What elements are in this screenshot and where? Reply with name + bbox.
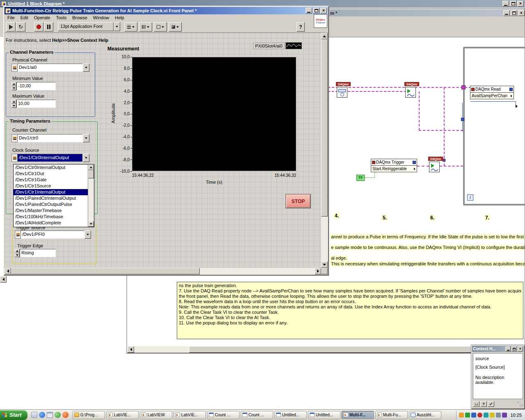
maximum-value-control[interactable]: 10,00 (11, 100, 56, 108)
scroll-left-button[interactable] (128, 346, 134, 353)
menu-browse[interactable]: Browse (69, 15, 90, 21)
clock-source-menu-item[interactable]: /Dev1/AIHoldComplete (14, 220, 88, 226)
trigger-source-combo[interactable]: /Dev1/PFI0 (15, 231, 91, 239)
iteration-terminal[interactable]: i (467, 194, 473, 201)
boolean-constant[interactable]: TF (356, 175, 365, 181)
scroll-thumb[interactable] (11, 268, 200, 274)
plot-legend-name[interactable]: PXI0Slot4/ai0 (253, 43, 285, 49)
counter-channel-dropdown-button[interactable] (83, 134, 89, 142)
scroll-down-button[interactable] (321, 261, 328, 268)
menu-window[interactable]: Window (90, 15, 112, 21)
trigger-source-dropdown-button[interactable] (84, 231, 91, 239)
maximize-button[interactable] (313, 8, 320, 14)
clock-source-value[interactable]: /Dev1/Ctr0InternalOutput (17, 154, 83, 162)
physical-channel-value[interactable]: Dev1/ai0 (17, 64, 83, 72)
clock-source-dropdown-button[interactable] (83, 154, 89, 162)
internet-explorer-icon[interactable] (39, 412, 45, 418)
close-button[interactable]: × (320, 8, 327, 14)
plot-legend[interactable]: PXI0Slot4/ai0 (253, 42, 302, 49)
help-button[interactable]: ? (297, 22, 305, 32)
font-selector-arrow[interactable] (114, 22, 120, 31)
daqmx-read-node[interactable]: DAQmx Read AvailSampPerChan (470, 86, 514, 99)
physical-channel-combo[interactable]: Dev1/ai0 (11, 64, 89, 72)
tray-icon-5[interactable] (484, 413, 488, 418)
mail-icon[interactable] (47, 412, 53, 418)
numeric-spinner[interactable] (15, 249, 20, 257)
clock-source-menu-item[interactable]: /Dev1/Ctr1Source (14, 183, 88, 189)
clock-source-menu-item[interactable]: /Dev1/Ctr1Gate (14, 177, 88, 183)
taskbar-task-button[interactable]: Untitled... (308, 411, 340, 419)
minimize-button[interactable] (503, 10, 510, 16)
pause-button[interactable] (44, 22, 53, 32)
loop-tunnel[interactable] (461, 118, 464, 121)
resize-objects-button[interactable] (154, 22, 167, 32)
taskbar-task-button[interactable]: LabVIEW (140, 411, 172, 419)
trigger-edge-control[interactable]: Rising (15, 249, 56, 257)
distribute-objects-button[interactable] (139, 22, 152, 32)
daqmx-start-vi-icon[interactable] (429, 162, 440, 172)
resize-grip[interactable] (518, 402, 523, 407)
trigger-source-value[interactable]: /Dev1/PFI0 (21, 231, 84, 239)
scroll-thumb[interactable] (321, 39, 328, 217)
clock-source-dropdown[interactable]: /Dev1/Ctr0InternalOutput /Dev1/Ctr1Out /… (13, 164, 94, 227)
scroll-up-button[interactable] (321, 33, 328, 39)
minimum-value-control[interactable]: -10,00 (11, 82, 56, 90)
clock-source-menu-item[interactable]: /Dev1/PairedCtrInternalOutput (14, 195, 88, 201)
edit-help-button[interactable] (488, 401, 494, 407)
tray-icon-4[interactable] (477, 413, 482, 418)
taskbar-task-button[interactable]: G:\Prog... (73, 411, 105, 419)
maximum-value-field[interactable]: 10,00 (16, 100, 56, 108)
fp-horizontal-scrollbar[interactable] (5, 268, 321, 274)
menu-file[interactable]: File (5, 15, 18, 21)
loop-tunnel[interactable] (461, 85, 466, 89)
taskbar-task-button[interactable]: Auszähl... (409, 411, 441, 419)
taskbar-task-button[interactable]: Multi-Fu... (375, 411, 408, 419)
daqmx-trigger-node[interactable]: DAQmx Trigger Start.Retriggerable (371, 159, 417, 172)
scroll-up-button[interactable] (88, 164, 94, 170)
tray-icon-2[interactable] (465, 413, 470, 418)
scroll-thumb[interactable] (88, 170, 94, 178)
reorder-objects-button[interactable] (169, 22, 182, 32)
scroll-down-button[interactable] (88, 221, 94, 227)
maximize-button[interactable] (511, 347, 517, 352)
taskbar-task-button[interactable]: Untitled... (274, 411, 307, 419)
fp-vertical-scrollbar[interactable] (321, 33, 328, 268)
plot-area[interactable] (132, 57, 296, 171)
while-loop-structure[interactable] (463, 47, 525, 205)
close-button[interactable]: × (518, 10, 525, 16)
minimize-button[interactable] (505, 347, 511, 352)
daqmx-trigger-property-row[interactable]: Start.Retriggerable (371, 166, 417, 172)
taskbar-task-button[interactable]: Multi-F... (342, 411, 374, 419)
run-continuous-button[interactable]: ↻ (16, 22, 25, 32)
lock-help-button[interactable] (473, 401, 479, 407)
plot-legend-sample[interactable] (285, 42, 302, 49)
tray-icon-3[interactable] (471, 413, 476, 418)
stop-button[interactable]: STOP (286, 194, 310, 208)
restore-button[interactable] (510, 1, 516, 7)
taskbar-task-button[interactable]: Count ... (241, 411, 273, 419)
clock-source-menu-item[interactable]: /Dev1/MasterTimebase (14, 208, 88, 214)
trigger-edge-value[interactable]: Rising (20, 249, 56, 257)
browser-icon[interactable] (62, 412, 68, 418)
taskbar-clock[interactable]: 10:25 (510, 413, 522, 418)
clock-source-combo[interactable]: /Dev1/Ctr0InternalOutput (11, 154, 89, 162)
scroll-left-button[interactable] (5, 268, 11, 274)
close-button[interactable]: × (517, 1, 524, 7)
maximize-button[interactable] (511, 10, 517, 16)
block-diagram-hscrollbar[interactable] (128, 346, 525, 353)
tray-icon-6[interactable] (490, 413, 495, 418)
numeric-spinner[interactable] (11, 82, 16, 90)
menu-help[interactable]: Help (112, 15, 127, 21)
daqmx-timing-vi-icon[interactable] (337, 87, 347, 98)
context-help-titlebar[interactable]: Context H... × (472, 346, 524, 352)
tray-icon-1[interactable] (459, 413, 464, 418)
clock-source-menu-item[interactable]: /Dev1/Ctr0InternalOutput (14, 164, 88, 171)
close-button[interactable]: × (518, 347, 523, 352)
minimum-value-field[interactable]: -10,00 (16, 82, 56, 90)
tray-icon-7[interactable] (496, 413, 501, 418)
menu-tools[interactable]: Tools (53, 15, 69, 21)
daqmx-start-vi-icon[interactable] (405, 87, 416, 98)
waveform-graph[interactable]: Amplitude 10,0 8,0 6,0 4,0 2,0 0,0 -2,0 … (106, 52, 315, 188)
clock-source-menu-item[interactable]: /Dev1/100kHzTimebase (14, 214, 88, 220)
minimize-button[interactable] (306, 8, 312, 14)
